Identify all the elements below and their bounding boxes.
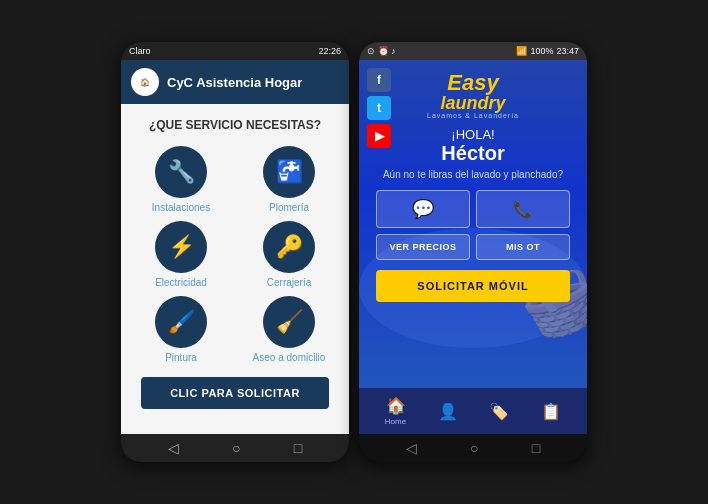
phone1-hw-nav: ◁ ○ □ [121,434,349,462]
plomeria-label: Plomería [269,202,309,213]
recents-button[interactable]: □ [294,440,302,456]
solicitar-movil-button[interactable]: SOLICITAR MÓVIL [376,270,570,302]
brand-name-easy: Easy [427,72,519,94]
solicitar-button[interactable]: CLIC PARA SOLICITAR [141,377,328,409]
aseo-label: Aseo a domicilio [253,352,326,363]
phone1-question: ¿QUE SERVICIO NECESITAS? [149,118,321,132]
phone2-right-status: 📶 100% 23:47 [516,46,579,56]
service-pintura[interactable]: 🖌️ Pintura [131,296,231,363]
pintura-icon: 🖌️ [155,296,207,348]
services-grid: 🔧 Instalaciones 🚰 Plomería ⚡ Electricida… [131,146,339,363]
phone2-signal: 📶 [516,46,527,56]
service-plomeria[interactable]: 🚰 Plomería [239,146,339,213]
ver-precios-button[interactable]: VER PRECIOS [376,234,470,260]
service-cerrajeria[interactable]: 🔑 Cerrajería [239,221,339,288]
brand-logo: Easy laundry Lavamos & Lavandería [427,72,519,119]
phone2-body: f t ▶ Easy laundry Lavamos & Lavandería … [359,60,587,388]
phones-container: Claro 22:26 🏠 CyC Asistencia Hogar ¿QUE … [121,42,587,462]
nav-home[interactable]: 🏠 Home [385,396,406,426]
phone2-battery-pct: 100% [530,46,553,56]
aseo-icon: 🧹 [263,296,315,348]
mis-ot-button[interactable]: MIS OT [476,234,570,260]
phone1-title: CyC Asistencia Hogar [167,75,302,90]
home-nav-label: Home [385,417,406,426]
phone-icon: 📞 [513,200,533,219]
phone1-body: ¿QUE SERVICIO NECESITAS? 🔧 Instalaciones… [121,104,349,434]
phone1-time: 22:26 [318,46,341,56]
tags-nav-icon: 🏷️ [489,402,509,421]
brand-name-laundry: laundry [427,94,519,112]
phone2-hw-nav: ◁ ○ □ [359,434,587,462]
instalaciones-icon: 🔧 [155,146,207,198]
nav-list[interactable]: 📋 [541,402,561,421]
phone1-carrier: Claro [129,46,151,56]
service-electricidad[interactable]: ⚡ Electricidad [131,221,231,288]
brand-sub: Lavamos & Lavandería [427,112,519,119]
home-button[interactable]: ○ [232,440,240,456]
action-buttons: 💬 📞 VER PRECIOS MIS OT [376,190,570,260]
phone2-status-bar: ⊙ ⏰ ♪ 📶 100% 23:47 [359,42,587,60]
phone2-back-button[interactable]: ◁ [406,440,417,456]
whatsapp-icon: 💬 [412,198,434,220]
phone2-left-icons: ⊙ ⏰ ♪ [367,46,396,56]
phone2-time: 23:47 [556,46,579,56]
social-icons: f t ▶ [367,68,391,148]
nav-tags[interactable]: 🏷️ [489,402,509,421]
nav-profile[interactable]: 👤 [438,402,458,421]
pintura-label: Pintura [165,352,197,363]
phone1-logo: 🏠 [131,68,159,96]
phone1-header: 🏠 CyC Asistencia Hogar [121,60,349,104]
service-aseo[interactable]: 🧹 Aseo a domicilio [239,296,339,363]
youtube-icon[interactable]: ▶ [367,124,391,148]
phone1: Claro 22:26 🏠 CyC Asistencia Hogar ¿QUE … [121,42,349,462]
home-nav-icon: 🏠 [386,396,406,415]
greeting-text: ¡HOLA! [451,127,494,142]
whatsapp-button[interactable]: 💬 [376,190,470,228]
user-name: Héctor [441,142,504,165]
electricidad-icon: ⚡ [155,221,207,273]
back-button[interactable]: ◁ [168,440,179,456]
instalaciones-label: Instalaciones [152,202,210,213]
service-instalaciones[interactable]: 🔧 Instalaciones [131,146,231,213]
electricidad-label: Electricidad [155,277,207,288]
twitter-icon[interactable]: t [367,96,391,120]
phone2-home-button[interactable]: ○ [470,440,478,456]
phone1-status-bar: Claro 22:26 [121,42,349,60]
profile-nav-icon: 👤 [438,402,458,421]
phone2: ⊙ ⏰ ♪ 📶 100% 23:47 f t ▶ Easy laundry La… [359,42,587,462]
cerrajeria-label: Cerrajería [267,277,311,288]
tagline: Aún no te libras del lavado y planchado? [383,169,563,180]
phone2-recents-button[interactable]: □ [532,440,540,456]
logo-initials: 🏠 [140,78,150,87]
phone-button[interactable]: 📞 [476,190,570,228]
phone2-bottom-nav: 🏠 Home 👤 🏷️ 📋 [359,388,587,434]
phone1-status-icons: 22:26 [318,46,341,56]
list-nav-icon: 📋 [541,402,561,421]
plomeria-icon: 🚰 [263,146,315,198]
facebook-icon[interactable]: f [367,68,391,92]
cerrajeria-icon: 🔑 [263,221,315,273]
